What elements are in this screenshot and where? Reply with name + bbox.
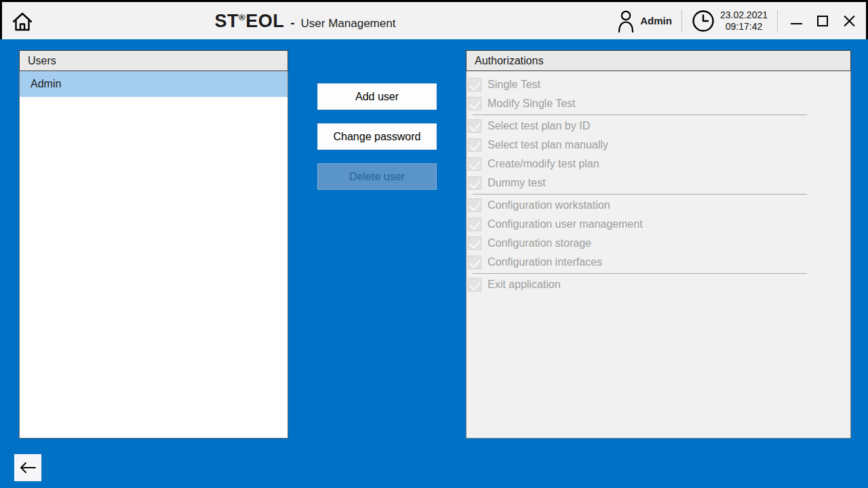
- authorization-group-separator: [473, 115, 807, 115]
- user-list-item[interactable]: Admin: [20, 71, 288, 97]
- authorization-row: Modify Single Test: [467, 94, 850, 113]
- title-separator: -: [290, 15, 294, 30]
- checkbox-icon[interactable]: [468, 278, 481, 291]
- authorization-label: Configuration storage: [488, 237, 591, 249]
- user-name-label: Admin: [31, 78, 61, 90]
- checkbox-icon[interactable]: [468, 119, 481, 133]
- back-arrow-icon: [19, 461, 37, 474]
- page-title: User Management: [301, 16, 396, 30]
- maximize-button[interactable]: [815, 12, 830, 30]
- authorization-group-separator: [473, 194, 807, 195]
- authorization-label: Configuration interfaces: [488, 256, 602, 268]
- close-button[interactable]: [842, 12, 856, 30]
- authorization-row: Select test plan manually: [467, 136, 850, 155]
- home-button[interactable]: [9, 8, 36, 35]
- authorization-label: Configuration user management: [488, 218, 643, 230]
- authorization-row: Configuration user management: [467, 215, 850, 234]
- window-controls: [789, 12, 856, 30]
- date-label: 23.02.2021: [720, 9, 768, 21]
- add-user-button[interactable]: Add user: [317, 83, 437, 110]
- authorization-row: Single Test: [467, 75, 850, 94]
- checkbox-icon[interactable]: [468, 176, 481, 190]
- checkbox-icon[interactable]: [468, 138, 481, 152]
- users-panel-header: Users: [19, 50, 288, 71]
- delete-user-button[interactable]: Delete user: [317, 163, 437, 190]
- users-panel: Users Admin: [19, 50, 288, 439]
- checkbox-icon[interactable]: [468, 97, 481, 110]
- authorizations-body: Single Test Modify Single Test Select te…: [466, 71, 851, 439]
- users-list: Admin: [19, 71, 288, 439]
- time-label: 09:17:42: [720, 21, 768, 33]
- authorization-label: Dummy test: [488, 177, 545, 189]
- app-title: ST®EOL - User Management: [215, 10, 396, 31]
- titlebar-divider: [777, 10, 778, 32]
- action-buttons: Add user Change password Delete user: [317, 83, 437, 190]
- checkbox-icon[interactable]: [468, 157, 481, 171]
- content-area: Users Admin Add user Change password Del…: [0, 39, 868, 488]
- authorization-row: Dummy test: [467, 174, 850, 192]
- authorization-group-separator: [473, 273, 807, 274]
- close-icon: [843, 15, 855, 27]
- home-icon: [12, 11, 33, 33]
- authorization-row: Configuration interfaces: [467, 253, 850, 272]
- checkbox-icon[interactable]: [468, 218, 481, 231]
- datetime-display: 23.02.2021 09:17:42: [720, 9, 768, 33]
- minimize-icon: [791, 23, 802, 24]
- maximize-icon: [817, 16, 828, 26]
- current-user-name: Admin: [640, 15, 672, 26]
- checkbox-icon[interactable]: [468, 199, 481, 212]
- authorization-label: Select test plan by ID: [488, 120, 590, 132]
- authorization-label: Select test plan manually: [488, 139, 608, 151]
- checkbox-icon[interactable]: [468, 237, 481, 250]
- back-button[interactable]: [14, 454, 41, 481]
- authorizations-panel: Authorizations Single Test Modify Single…: [466, 50, 851, 439]
- authorization-label: Configuration workstation: [488, 199, 610, 211]
- titlebar: ST®EOL - User Management Admin 23: [0, 0, 868, 39]
- clock-widget: 23.02.2021 09:17:42: [692, 9, 768, 33]
- checkbox-icon[interactable]: [468, 78, 481, 92]
- current-user: Admin: [616, 9, 672, 33]
- authorization-row: Configuration storage: [467, 234, 850, 253]
- user-icon: [616, 9, 635, 33]
- authorization-label: Exit application: [488, 279, 561, 291]
- action-button-label: Change password: [334, 131, 421, 142]
- authorization-label: Modify Single Test: [488, 98, 576, 110]
- users-panel-title: Users: [28, 55, 56, 67]
- clock-icon: [692, 9, 715, 33]
- authorization-row: Configuration workstation: [467, 196, 850, 215]
- authorization-row: Create/modify test plan: [467, 155, 850, 174]
- titlebar-divider: [682, 10, 682, 32]
- authorization-row: Exit application: [467, 275, 850, 294]
- authorization-label: Create/modify test plan: [488, 158, 599, 170]
- authorization-row: Select test plan by ID: [467, 117, 850, 136]
- action-button-label: Delete user: [349, 171, 405, 182]
- authorizations-panel-header: Authorizations: [466, 50, 851, 71]
- brand-logo: ST®EOL: [215, 10, 285, 31]
- authorization-label: Single Test: [488, 79, 540, 91]
- titlebar-right-section: Admin 23.02.2021 09:17:42: [616, 2, 861, 39]
- checkbox-icon[interactable]: [468, 256, 481, 269]
- minimize-button[interactable]: [789, 12, 804, 30]
- action-button-label: Add user: [355, 91, 399, 102]
- change-password-button[interactable]: Change password: [317, 123, 437, 150]
- authorizations-panel-title: Authorizations: [475, 55, 543, 67]
